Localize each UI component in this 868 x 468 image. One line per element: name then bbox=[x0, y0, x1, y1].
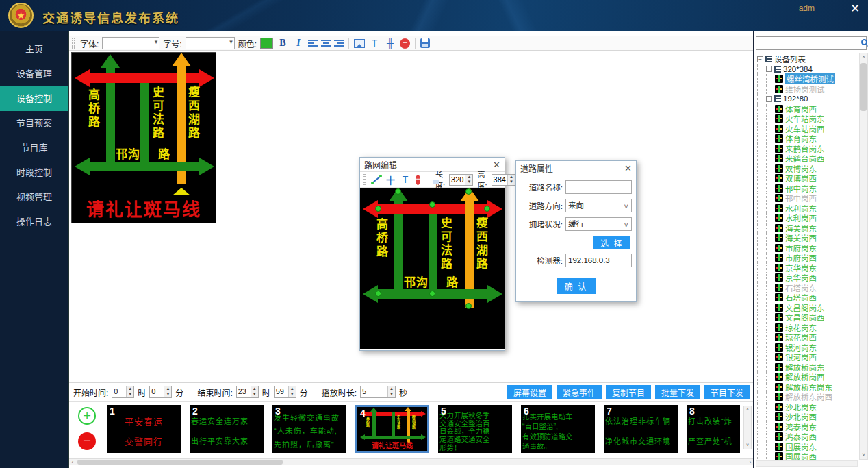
align-right-icon[interactable] bbox=[334, 40, 344, 47]
playlist-item-8[interactable]: 8打击改装“炸严查严处“机 bbox=[687, 405, 740, 453]
playlist-item-3[interactable]: 3发生轻微交通事故“人未伤，车能动,先拍照，后撤离” bbox=[272, 405, 346, 453]
height-up-icon[interactable]: ▲ bbox=[508, 175, 515, 180]
tree-device[interactable]: 石塔岗西 bbox=[757, 293, 858, 303]
tree-device[interactable]: 解放桥岗东 bbox=[757, 362, 858, 373]
playlist-item-2[interactable]: 2春运安全连万家出行平安靠大家 bbox=[190, 405, 264, 453]
spin-down-icon[interactable]: ▼ bbox=[164, 392, 171, 397]
confirm-button[interactable]: 确 认 bbox=[557, 278, 596, 294]
select-detector-button[interactable]: 选 择 bbox=[593, 236, 630, 249]
tree-device[interactable]: 文昌阁岗西 bbox=[757, 312, 858, 323]
tree-device[interactable]: 邗中岗东 bbox=[757, 184, 858, 194]
mirror-tool-icon[interactable]: ╫ bbox=[384, 37, 396, 49]
sidebar-item-time-control[interactable]: 时段控制 bbox=[0, 160, 68, 185]
action-emergency-event[interactable]: 紧急事件 bbox=[557, 385, 602, 399]
tree-expander-icon[interactable]: − bbox=[766, 96, 772, 102]
roadnet-grip-handle[interactable] bbox=[363, 174, 366, 185]
congestion-select[interactable]: 缓行 bbox=[565, 217, 632, 231]
properties-dialog-titlebar[interactable]: 道路属性 ✕ bbox=[516, 161, 636, 175]
playlist-item-4[interactable]: 4高桥路史可法路瘦西湖路请礼让斑马线 bbox=[355, 405, 429, 453]
tree-device[interactable]: 鸿泰岗东 bbox=[757, 422, 858, 432]
sidebar-item-program-library[interactable]: 节目库 bbox=[0, 136, 68, 160]
tree-device[interactable]: 体育岗东 bbox=[757, 134, 858, 144]
end-hour-spinner[interactable]: 23▲▼ bbox=[236, 386, 259, 398]
sidebar-item-device-manage[interactable]: 设备管理 bbox=[0, 62, 68, 86]
tree-vertical-scrollbar[interactable]: ˄ ˅ bbox=[859, 53, 868, 460]
start-minute-spinner[interactable]: 0▲▼ bbox=[149, 386, 172, 398]
sidebar-item-video-manage[interactable]: 视频管理 bbox=[0, 185, 68, 210]
tree-device[interactable]: 京华岗东 bbox=[757, 263, 858, 273]
window-minimize-button[interactable]: — bbox=[826, 1, 843, 16]
tree-expander-icon[interactable]: − bbox=[757, 56, 763, 62]
scroll-up-icon[interactable]: ˄ bbox=[860, 53, 867, 62]
edit-handle[interactable] bbox=[484, 206, 490, 212]
sidebar-item-operation-log[interactable]: 操作日志 bbox=[0, 210, 68, 234]
duration-spinner[interactable]: 5▲▼ bbox=[360, 386, 396, 398]
tree-device[interactable]: 维扬岗测试 bbox=[757, 84, 858, 95]
roadnet-delete-icon[interactable]: − bbox=[416, 175, 420, 185]
roadnet-canvas[interactable]: 高桥路 史可法路 瘦西湖路 邗沟 路 bbox=[360, 188, 505, 349]
playlist-item-6[interactable]: 6扎实开展电动车“百日整治”,有效预防道路交通事故。 bbox=[521, 405, 595, 453]
height-down-icon[interactable]: ▼ bbox=[508, 180, 515, 185]
spin-down-icon[interactable]: ▼ bbox=[289, 392, 296, 397]
tree-expander-icon[interactable]: − bbox=[766, 66, 772, 72]
cross-tool-icon[interactable]: 十 bbox=[386, 173, 395, 186]
color-swatch[interactable] bbox=[260, 38, 273, 49]
sidebar-item-program-plan[interactable]: 节目预案 bbox=[0, 111, 68, 136]
add-program-button[interactable]: + bbox=[78, 407, 96, 425]
tree-group[interactable]: −192*80 bbox=[757, 94, 858, 104]
action-copy-program[interactable]: 复制节目 bbox=[606, 385, 651, 399]
road-direction-select[interactable]: 来向 bbox=[565, 199, 632, 212]
tree-device[interactable]: 双博岗西 bbox=[757, 173, 858, 184]
tree-device[interactable]: 石塔岗东 bbox=[757, 283, 858, 293]
roadnet-text-tool-icon[interactable]: T bbox=[399, 173, 411, 186]
spin-up-icon[interactable]: ▲ bbox=[251, 386, 258, 392]
playlist-item-5[interactable]: 5大力开展秋冬季交通安全整治百日会战，全力稳定道路交通安全形势！ bbox=[438, 405, 512, 453]
tree-device[interactable]: 双博岗东 bbox=[757, 164, 858, 174]
spin-down-icon[interactable]: ▼ bbox=[127, 392, 133, 397]
tree-device[interactable]: 海关岗西 bbox=[757, 233, 858, 243]
tree-device[interactable]: 水利岗东 bbox=[757, 204, 858, 214]
save-icon[interactable] bbox=[420, 38, 430, 48]
edit-handle[interactable] bbox=[375, 291, 381, 297]
scrollbar-thumb[interactable] bbox=[77, 460, 283, 465]
toolbar-grip-handle[interactable] bbox=[72, 38, 75, 49]
tree-device[interactable]: 银河岗西 bbox=[757, 352, 858, 362]
tree-horizontal-scrollbar[interactable] bbox=[756, 460, 858, 467]
tree-device[interactable]: 海关岗东 bbox=[757, 223, 858, 234]
tree-device[interactable]: 市府岗西 bbox=[757, 253, 858, 263]
edit-handle[interactable] bbox=[429, 291, 435, 297]
font-family-select[interactable] bbox=[102, 37, 159, 49]
edit-handle[interactable] bbox=[375, 206, 381, 212]
length-up-icon[interactable]: ▲ bbox=[465, 175, 472, 180]
line-tool-icon[interactable] bbox=[371, 175, 382, 184]
tree-device[interactable]: 琼花岗西 bbox=[757, 332, 858, 343]
edit-handle[interactable] bbox=[465, 303, 472, 309]
spin-up-icon[interactable]: ▲ bbox=[127, 386, 133, 392]
remove-program-button[interactable]: − bbox=[78, 432, 96, 450]
tree-device[interactable]: 国展岗东 bbox=[757, 442, 858, 452]
tree-root[interactable]: −设备列表 bbox=[757, 54, 858, 64]
tree-device[interactable]: 银河岗东 bbox=[757, 343, 858, 353]
align-center-icon[interactable] bbox=[321, 40, 331, 47]
tree-device[interactable]: 火车站岗西 bbox=[757, 124, 858, 134]
spin-down-icon[interactable]: ▼ bbox=[388, 392, 395, 397]
scroll-up-icon[interactable]: ˄ bbox=[744, 406, 751, 413]
length-spinner[interactable]: 320▲▼ bbox=[449, 174, 473, 186]
end-minute-spinner[interactable]: 59▲▼ bbox=[274, 386, 296, 398]
scrollbar-thumb[interactable] bbox=[860, 63, 867, 111]
window-close-button[interactable]: ✕ bbox=[846, 1, 864, 16]
roadnet-close-icon[interactable]: ✕ bbox=[493, 160, 500, 170]
tree-device[interactable]: 鸿泰岗西 bbox=[757, 432, 858, 442]
scroll-down-icon[interactable]: ˅ bbox=[744, 442, 751, 449]
text-tool-icon[interactable]: T bbox=[368, 37, 381, 49]
tree-device[interactable]: 体育岗西 bbox=[757, 104, 858, 114]
tree-device[interactable]: 沙北岗西 bbox=[757, 412, 858, 422]
spin-up-icon[interactable]: ▲ bbox=[164, 386, 171, 392]
tree-device[interactable]: 国展岗西 bbox=[757, 452, 858, 460]
spin-up-icon[interactable]: ▲ bbox=[289, 386, 296, 392]
playlist-item-1[interactable]: 1平安春运交警同行 bbox=[107, 405, 181, 453]
tree-device[interactable]: 京华岗西 bbox=[757, 273, 858, 283]
tree-device[interactable]: 沙北岗东 bbox=[757, 402, 858, 412]
sidebar-item-home[interactable]: 主页 bbox=[0, 37, 68, 62]
spin-up-icon[interactable]: ▲ bbox=[388, 386, 395, 392]
